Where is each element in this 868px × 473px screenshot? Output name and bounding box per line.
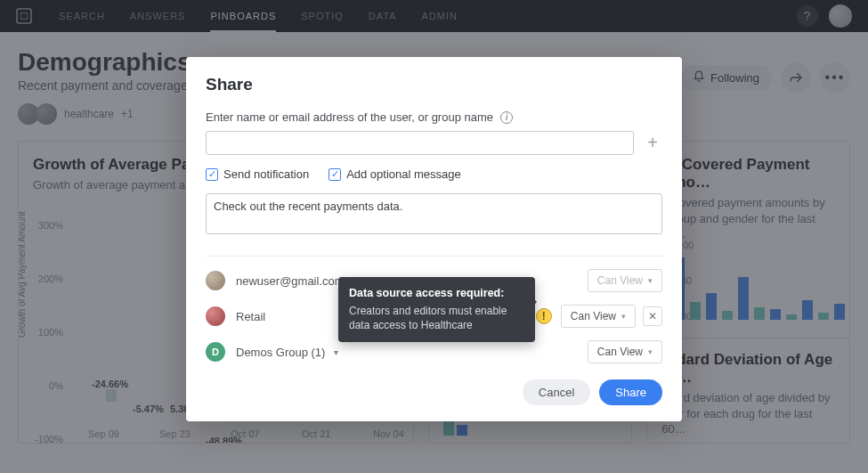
info-icon[interactable]: i [500, 111, 513, 124]
checkbox-label: Add optional message [346, 167, 461, 181]
group-avatar-icon: D [206, 342, 225, 362]
share-name: Demos Group (1) [236, 346, 325, 359]
permission-dropdown[interactable]: Can View▾ [588, 269, 662, 292]
checkbox-icon: ✓ [329, 168, 341, 181]
tooltip-title: Data source access required: [349, 286, 524, 302]
cancel-button[interactable]: Cancel [523, 379, 590, 405]
message-input[interactable] [206, 193, 662, 234]
add-message-checkbox[interactable]: ✓ Add optional message [329, 167, 461, 181]
warning-icon[interactable]: ! [536, 308, 552, 324]
share-row: D Demos Group (1) ▾ Can View▾ [206, 340, 662, 363]
add-recipient-button[interactable]: + [643, 134, 662, 153]
checkbox-label: Send notification [223, 167, 309, 181]
tooltip-body: Creators and editors must enable data ac… [349, 305, 507, 332]
share-modal: Share Enter name or email address of the… [186, 57, 682, 421]
permission-dropdown[interactable]: Can View▾ [588, 340, 662, 363]
send-notification-checkbox[interactable]: ✓ Send notification [206, 167, 309, 181]
checkbox-icon: ✓ [206, 168, 218, 181]
share-button[interactable]: Share [599, 379, 662, 405]
permission-dropdown[interactable]: Can View▾ [561, 305, 636, 328]
chevron-down-icon: ▾ [621, 312, 626, 321]
recipient-input[interactable] [206, 131, 634, 155]
access-warning-tooltip: Data source access required: Creators an… [338, 277, 535, 342]
chevron-down-icon: ▾ [648, 276, 653, 285]
remove-recipient-button[interactable]: ✕ [643, 306, 662, 326]
input-label: Enter name or email address of the user,… [206, 110, 493, 124]
divider [206, 256, 662, 257]
expand-group-icon[interactable]: ▾ [334, 347, 338, 357]
user-avatar-icon [206, 306, 225, 326]
modal-title: Share [206, 75, 662, 94]
user-avatar-icon [206, 271, 225, 290]
chevron-down-icon: ▾ [648, 347, 653, 356]
